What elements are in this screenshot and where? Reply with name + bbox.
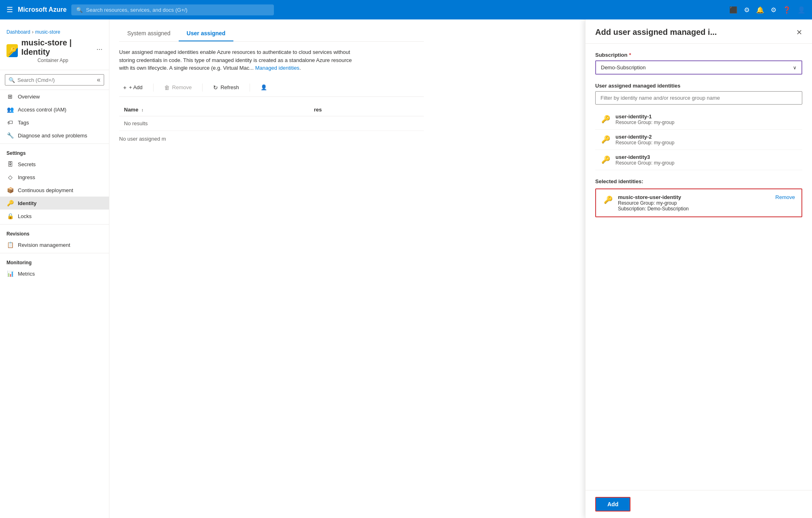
identity-group-1: Resource Group: my-group [615,120,674,125]
flyout-panel: Add user assigned managed i... ✕ Subscri… [585,19,812,518]
brand-name: Microsoft Azure [18,6,66,13]
key-icon-3: 🔑 [600,154,611,165]
sidebar-item-revision-management[interactable]: 📋 Revision management [0,238,109,251]
resource-more-button[interactable]: ... [96,43,103,52]
chevron-down-icon: ∨ [793,65,797,71]
table-header-resource[interactable]: res [309,103,424,116]
sidebar-search-box: 🔍 « [5,74,104,86]
sidebar-item-label: Secrets [18,161,36,167]
resource-title: music-store | Identity [21,38,92,57]
overview-icon: ⊞ [6,93,14,100]
selected-key-icon: 🔑 [603,194,614,205]
revision-icon: 📋 [6,242,14,248]
tab-system-assigned[interactable]: System assigned [119,26,179,41]
settings-icon[interactable]: ⚙ [771,6,776,14]
remove-button[interactable]: 🗑 Remove [160,82,196,93]
iam-icon: 👥 [6,106,14,113]
identity-group-3: Resource Group: my-group [615,160,674,166]
sidebar-item-overview[interactable]: ⊞ Overview [0,90,109,103]
sidebar-item-diagnose[interactable]: 🔧 Diagnose and solve problems [0,129,109,142]
identity-name-2: user-identity-2 [615,134,674,140]
sidebar-item-continuous-deployment[interactable]: 📦 Continuous deployment [0,184,109,197]
settings-divider [0,143,109,144]
toolbar-separator-3 [250,83,250,92]
identity-page: System assigned User assigned User assig… [109,19,434,153]
identity-info-3: user-identity3 Resource Group: my-group [615,154,674,166]
sidebar-collapse-button[interactable]: « [97,76,100,83]
resource-icon: 🔑 [6,44,18,57]
add-button[interactable]: + + Add [119,82,147,93]
flyout-add-button[interactable]: Add [595,497,630,512]
sidebar-item-metrics[interactable]: 📊 Metrics [0,267,109,280]
sidebar-search-icon: 🔍 [9,77,15,83]
flyout-close-button[interactable]: ✕ [796,28,802,37]
tab-user-assigned[interactable]: User assigned [179,26,234,41]
resource-header: Dashboard › music-store 🔑 music-store | … [0,24,109,70]
table-row-empty: No results [119,116,424,131]
deployment-icon: 📦 [6,187,14,193]
identity-list-item[interactable]: 🔑 user-identity-1 Resource Group: my-gro… [595,109,802,130]
metrics-icon: 📊 [6,270,14,277]
sidebar-item-tags[interactable]: 🏷 Tags [0,116,109,129]
managed-identities-link[interactable]: Managed identities [255,65,299,71]
sidebar-item-identity[interactable]: 🔑 Identity [0,197,109,210]
table-header-name[interactable]: Name ↕ [119,103,309,116]
sidebar-search: 🔍 « [0,70,109,90]
monitoring-section-header: Monitoring [0,255,109,267]
subscription-group: Subscription * Demo-Subscription ∨ [595,52,802,75]
required-star: * [629,52,631,58]
sidebar-search-input[interactable] [17,77,94,83]
assign-button[interactable]: 👤 [256,82,271,93]
identity-name-1: user-identity-1 [615,113,674,120]
key-icon-1: 🔑 [600,113,611,125]
identity-info-1: user-identity-1 Resource Group: my-group [615,113,674,125]
identity-table: Name ↕ res No results [119,103,424,131]
revisions-divider [0,224,109,225]
resource-subtitle: Container App [37,58,103,63]
global-search-input[interactable] [86,7,269,13]
notifications-icon[interactable]: 🔔 [756,6,764,14]
breadcrumb-resource[interactable]: music-store [35,29,60,35]
global-search-bar[interactable]: 🔍 [71,4,274,15]
breadcrumb-dashboard[interactable]: Dashboard [6,29,30,35]
identity-list: 🔑 user-identity-1 Resource Group: my-gro… [595,109,802,170]
hamburger-menu-icon[interactable]: ☰ [6,5,13,14]
account-icon[interactable]: 👤 [797,6,806,14]
sidebar-item-label: Ingress [18,174,35,180]
sidebar-item-ingress[interactable]: ◇ Ingress [0,171,109,184]
tags-icon: 🏷 [6,119,14,126]
cloud-shell-icon[interactable]: ⬛ [729,6,737,14]
locks-icon: 🔒 [6,213,14,219]
sidebar-item-label: Access control (IAM) [18,107,66,113]
help-icon[interactable]: ❓ [783,6,791,14]
refresh-button[interactable]: ↻ Refresh [209,82,243,93]
toolbar: + + Add 🗑 Remove ↻ Refresh 👤 [119,79,424,97]
identity-filter-input[interactable] [595,91,802,105]
selected-identity-group: Resource Group: my-group [618,200,689,206]
add-button-label: + Add [129,84,143,90]
subscription-select[interactable]: Demo-Subscription ∨ [595,60,802,75]
flyout-header: Add user assigned managed i... ✕ [585,19,812,44]
breadcrumb-separator: › [32,29,34,35]
remove-button-label: Remove [172,84,192,90]
subscription-value: Demo-Subscription [601,64,646,71]
top-navigation: ☰ Microsoft Azure 🔍 ⬛ ⚙ 🔔 ⚙ ❓ 👤 [0,0,812,19]
sidebar-item-label: Metrics [18,271,35,277]
sidebar-item-label: Diagnose and solve problems [18,133,87,139]
sidebar-item-secrets[interactable]: 🗄 Secrets [0,158,109,171]
sidebar-nav: ⊞ Overview 👥 Access control (IAM) 🏷 Tags… [0,90,109,280]
selected-remove-link[interactable]: Remove [776,194,795,200]
diagnose-icon: 🔧 [6,132,14,139]
sidebar-item-locks[interactable]: 🔒 Locks [0,210,109,223]
key-icon-2: 🔑 [600,134,611,145]
identity-list-item[interactable]: 🔑 user-identity3 Resource Group: my-grou… [595,150,802,170]
settings-section-header: Settings [0,146,109,158]
breadcrumb: Dashboard › music-store [6,29,103,35]
identity-list-item[interactable]: 🔑 user-identity-2 Resource Group: my-gro… [595,130,802,150]
portal-settings-icon[interactable]: ⚙ [744,6,750,14]
refresh-icon: ↻ [213,84,218,91]
sidebar-item-label: Locks [18,213,32,219]
sidebar-item-iam[interactable]: 👥 Access control (IAM) [0,103,109,116]
identity-group-2: Resource Group: my-group [615,140,674,146]
toolbar-separator-2 [202,83,203,92]
